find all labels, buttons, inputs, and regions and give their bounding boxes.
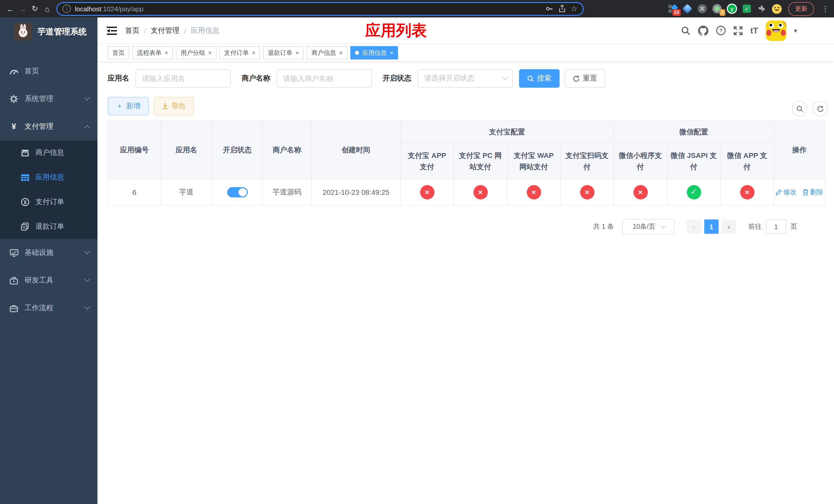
forward-icon[interactable]: → [16, 3, 29, 15]
breadcrumb-home[interactable]: 首页 [125, 26, 139, 35]
site-info-icon[interactable]: i [63, 5, 71, 13]
col-header-merchant: 商户名称 [263, 120, 312, 179]
tag-process-form[interactable]: 流程表单× [132, 46, 173, 60]
delete-link[interactable]: 删除 [803, 187, 823, 197]
cell-wx-jsapi [667, 179, 721, 206]
browser-toolbar: ← → ↻ ⌂ i localhost:1024/pay/app ☆ 10 ⌘ … [0, 0, 834, 18]
extension-badge-1: 1 [720, 9, 725, 16]
avatar-caret-icon[interactable]: ▾ [794, 27, 797, 34]
app-name-input[interactable] [135, 69, 231, 88]
goto-page-input[interactable] [766, 220, 786, 234]
extension-emoji-icon[interactable] [771, 4, 782, 14]
next-page-button[interactable]: › [722, 220, 736, 234]
tag-label: 应用信息 [362, 48, 387, 57]
sidebar-item-system[interactable]: 系统管理 [0, 85, 97, 113]
sidebar-item-payment[interactable]: ¥ 支付管理 [0, 113, 97, 140]
reload-icon[interactable]: ↻ [29, 3, 41, 15]
merchant-name-input[interactable] [277, 69, 372, 88]
font-size-icon[interactable]: tT [750, 26, 758, 35]
tag-label: 退款订单 [268, 48, 292, 57]
home-icon[interactable]: ⌂ [41, 3, 53, 15]
goto-suffix: 页 [790, 222, 797, 231]
extension-green-doc-icon[interactable]: ✓ [742, 4, 752, 14]
fullscreen-icon[interactable] [733, 26, 743, 35]
cell-wx-app [721, 179, 774, 206]
close-icon[interactable]: × [390, 49, 393, 56]
chevron-down-icon [84, 304, 90, 310]
enabled-icon [686, 185, 701, 199]
search-icon[interactable] [681, 26, 690, 35]
shop-icon [21, 149, 29, 156]
export-button[interactable]: 导出 [154, 97, 194, 115]
edit-link[interactable]: 修改 [775, 187, 796, 197]
status-label: 开启状态 [382, 74, 411, 83]
collapse-sidebar-icon[interactable] [107, 26, 117, 35]
extensions-area: 10 ⌘ 1 y ✓ 更新 ⋮ [590, 2, 830, 16]
sidebar-item-infrastructure[interactable]: 基础设施 [0, 239, 97, 267]
sidebar-item-refund-orders[interactable]: 退款订单 [0, 214, 97, 239]
extension-yuque-icon[interactable]: y [727, 4, 737, 14]
sidebar-item-workflow[interactable]: 工作流程 [0, 294, 97, 322]
disabled-icon [633, 185, 648, 199]
show-search-button[interactable] [792, 101, 807, 116]
prev-page-button[interactable]: ‹ [687, 220, 701, 234]
close-icon[interactable]: × [164, 49, 168, 56]
breadcrumb-separator: / [144, 26, 146, 35]
chrome-update-button[interactable]: 更新 [788, 2, 814, 16]
add-button[interactable]: ＋新增 [108, 97, 149, 115]
help-icon[interactable]: ? [716, 26, 726, 36]
sidebar-item-label: 支付订单 [36, 198, 64, 207]
sidebar-item-pay-orders[interactable]: 支付订单 [0, 190, 97, 214]
sidebar-item-dev-tools[interactable]: 研发工具 [0, 267, 97, 294]
reset-button-label: 重置 [583, 74, 597, 83]
refresh-button[interactable] [812, 101, 828, 116]
share-icon[interactable] [558, 5, 566, 13]
filter-form: 应用名 商户名称 开启状态 请选择开启状态 搜索 重置 [108, 69, 824, 88]
github-icon[interactable] [698, 25, 708, 36]
tag-refund-orders[interactable]: 退款订单× [263, 46, 304, 60]
status-toggle[interactable] [227, 187, 247, 197]
cell-wx-lite [614, 179, 667, 206]
cell-alipay-qr [561, 179, 614, 206]
disabled-icon [580, 185, 594, 199]
app-name-label: 应用名 [108, 74, 129, 83]
user-avatar[interactable] [766, 20, 786, 41]
reset-button[interactable]: 重置 [565, 69, 605, 88]
extension-recorder-icon[interactable]: 1 [712, 4, 722, 14]
extensions-puzzle-icon[interactable] [756, 4, 767, 14]
breadcrumb-payment[interactable]: 支付管理 [151, 26, 179, 35]
tag-merchant-info[interactable]: 商户信息× [307, 46, 347, 60]
tag-user-group[interactable]: 用户分组× [176, 46, 216, 60]
tag-home[interactable]: 首页 [108, 46, 129, 60]
page-number-1[interactable]: 1 [704, 220, 719, 234]
sidebar-item-merchant-info[interactable]: 商户信息 [0, 140, 97, 165]
sidebar-item-home[interactable]: 首页 [0, 58, 97, 85]
disabled-icon [420, 185, 434, 199]
search-button[interactable]: 搜索 [519, 69, 559, 88]
close-icon[interactable]: × [252, 49, 256, 56]
sidebar-item-app-info[interactable]: 应用信息 [0, 165, 97, 190]
disabled-icon [527, 185, 541, 199]
breadcrumb: 首页 / 支付管理 / 应用信息 [125, 26, 220, 35]
page-size-select[interactable]: 10条/页 [622, 219, 675, 234]
back-icon[interactable]: ← [4, 3, 16, 15]
bookmark-star-icon[interactable]: ☆ [571, 4, 577, 13]
url-bar[interactable]: i localhost:1024/pay/app ☆ [57, 2, 584, 16]
status-select[interactable]: 请选择开启状态 [418, 69, 513, 88]
extension-gem-icon[interactable] [682, 4, 693, 14]
password-key-icon[interactable] [545, 5, 553, 13]
sidebar-item-label: 系统管理 [25, 94, 85, 104]
merchant-name-label: 商户名称 [242, 74, 270, 83]
close-icon[interactable]: × [339, 49, 343, 56]
extension-collection-icon[interactable]: 10 [667, 4, 678, 14]
close-icon[interactable]: × [208, 49, 212, 56]
col-header-alipay-pc: 支付宝 PC 网站支付 [454, 143, 507, 179]
tag-app-info[interactable]: 应用信息× [350, 46, 398, 60]
url-text[interactable]: localhost:1024/pay/app [75, 5, 545, 13]
chrome-menu-icon[interactable]: ⋮ [822, 5, 829, 13]
logo-row[interactable]: 芋道管理系统 [0, 18, 97, 46]
tag-pay-orders[interactable]: 支付订单× [220, 46, 260, 60]
close-icon[interactable]: × [295, 49, 299, 56]
pagination: 共 1 条 10条/页 ‹ 1 › 前往 页 [108, 219, 825, 234]
extension-command-icon[interactable]: ⌘ [697, 4, 707, 14]
